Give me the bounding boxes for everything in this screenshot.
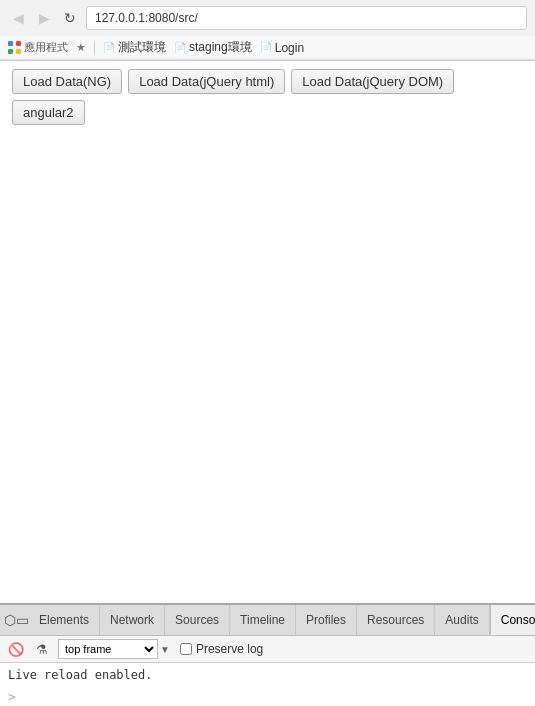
filter-button[interactable]: ⚗: [32, 639, 52, 659]
devtools-toolbar: 🚫 ⚗ top frame ▼ Preserve log: [0, 636, 535, 663]
tab-sources[interactable]: Sources: [165, 605, 230, 635]
back-button[interactable]: ◀: [8, 8, 28, 28]
tab-elements[interactable]: Elements: [29, 605, 100, 635]
apps-button[interactable]: 應用程式: [8, 40, 68, 55]
page-icon: 📄: [103, 42, 115, 53]
browser-chrome: ◀ ▶ ↻ 應用程式 ★ 📄 測試環境 📄 staging環境 📄 Login: [0, 0, 535, 61]
clear-console-button[interactable]: 🚫: [6, 639, 26, 659]
apps-grid-icon: [8, 41, 22, 55]
devtools-console: Live reload enabled.: [0, 663, 535, 687]
tab-network[interactable]: Network: [100, 605, 165, 635]
load-data-ng-button[interactable]: Load Data(NG): [12, 69, 122, 94]
address-bar[interactable]: [86, 6, 527, 30]
nav-bar: ◀ ▶ ↻: [0, 0, 535, 36]
bookmark-ceshi-label: 測試環境: [118, 39, 166, 56]
forward-button[interactable]: ▶: [34, 8, 54, 28]
bookmark-login-label: Login: [275, 41, 304, 55]
frame-select-container: top frame ▼: [58, 639, 170, 659]
apps-label: 應用程式: [24, 40, 68, 55]
console-line-1: Live reload enabled.: [8, 667, 527, 683]
tab-timeline[interactable]: Timeline: [230, 605, 296, 635]
devtools-mobile-icon[interactable]: ▭: [16, 605, 29, 635]
page-content: Load Data(NG) Load Data(jQuery html) Loa…: [0, 61, 535, 603]
frame-select[interactable]: top frame: [58, 639, 158, 659]
bookmark-staging-label: staging環境: [189, 39, 252, 56]
tab-audits[interactable]: Audits: [435, 605, 489, 635]
devtools-tabs-bar: ⬡ ▭ Elements Network Sources Timeline Pr…: [0, 605, 535, 636]
console-prompt-symbol: >: [8, 689, 16, 704]
reload-button[interactable]: ↻: [60, 8, 80, 28]
button-row-2: angular2: [12, 100, 523, 125]
bookmarks-divider: [94, 41, 95, 55]
devtools-console-input-row: >: [0, 687, 535, 706]
tab-profiles[interactable]: Profiles: [296, 605, 357, 635]
button-row-1: Load Data(NG) Load Data(jQuery html) Loa…: [12, 69, 523, 94]
preserve-log-container: Preserve log: [180, 642, 263, 656]
tab-console[interactable]: Conso...: [490, 605, 535, 635]
load-data-jquery-html-button[interactable]: Load Data(jQuery html): [128, 69, 285, 94]
preserve-log-checkbox[interactable]: [180, 643, 192, 655]
tab-resources[interactable]: Resources: [357, 605, 435, 635]
frame-dropdown-arrow: ▼: [160, 644, 170, 655]
bookmark-ceshi[interactable]: 📄 測試環境: [103, 39, 166, 56]
bookmark-staging[interactable]: 📄 staging環境: [174, 39, 252, 56]
devtools-panel: ⬡ ▭ Elements Network Sources Timeline Pr…: [0, 603, 535, 706]
bookmark-login[interactable]: 📄 Login: [260, 41, 304, 55]
page-icon-2: 📄: [174, 42, 186, 53]
page-icon-3: 📄: [260, 42, 272, 53]
devtools-pointer-icon[interactable]: ⬡: [4, 605, 16, 635]
angular2-button[interactable]: angular2: [12, 100, 85, 125]
preserve-log-label: Preserve log: [196, 642, 263, 656]
load-data-jquery-dom-button[interactable]: Load Data(jQuery DOM): [291, 69, 454, 94]
star-icon: ★: [76, 41, 86, 54]
bookmarks-bar: 應用程式 ★ 📄 測試環境 📄 staging環境 📄 Login: [0, 36, 535, 60]
